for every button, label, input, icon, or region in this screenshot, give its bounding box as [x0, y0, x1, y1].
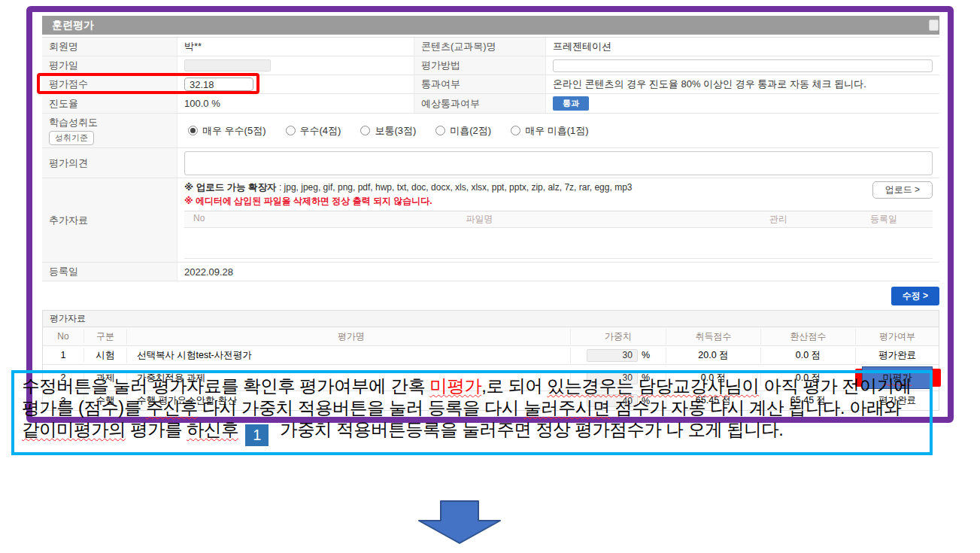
eval-method-label: 평가방법	[414, 56, 546, 74]
panel-title: 훈련평가	[52, 19, 94, 31]
eval-date-label: 평가일	[42, 56, 177, 74]
step-1-badge: 1	[245, 424, 269, 446]
file-table: No 파일명 관리 등록일	[184, 211, 933, 259]
reg-date-label: 등록일	[42, 263, 177, 281]
edit-button[interactable]: 수정 >	[891, 287, 939, 305]
achievement-criteria-button[interactable]: 성취기준	[49, 131, 94, 145]
radio-dot-icon	[511, 126, 520, 135]
form-row-reg-date: 등록일 2022.09.28	[42, 263, 939, 281]
status-complete: 평가완료	[856, 348, 939, 363]
training-eval-panel: 훈련평가 회원명 박** 콘텐츠(교과목)명 프레젠테이션 평가일 평가방법 평…	[26, 6, 954, 423]
file-col-manage: 관리	[722, 213, 835, 226]
form-row-extra: 추가자료 ※ 업로드 가능 확장자 : jpg, jpeg, gif, png,…	[42, 178, 939, 263]
progress-label: 진도율	[42, 94, 177, 113]
upload-ext-list: : jpg, jpeg, gif, png, pdf, hwp, txt, do…	[277, 182, 633, 193]
reg-date-value: 2022.09.28	[177, 263, 939, 281]
col-converted: 환산점수	[761, 329, 856, 345]
file-col-name: 파일명	[237, 213, 722, 226]
member-value: 박**	[177, 38, 414, 56]
upload-button[interactable]: 업로드 >	[872, 181, 933, 199]
file-table-empty-body	[184, 228, 933, 258]
form-row-score: 평가점수 통과여부 온라인 콘텐츠의 경우 진도율 80% 이상인 경우 통과로…	[42, 75, 939, 94]
form-row-member: 회원명 박** 콘텐츠(교과목)명 프레젠테이션	[42, 38, 939, 56]
extra-content: ※ 업로드 가능 확장자 : jpg, jpeg, gif, png, pdf,…	[177, 178, 939, 262]
upload-ext-label: ※ 업로드 가능 확장자	[184, 182, 277, 193]
note-text: 수정버튼을 눌러 평가자료를 확인후 평가여부에 간혹	[22, 376, 429, 396]
member-label: 회원명	[42, 38, 177, 56]
radio-dot-icon	[286, 126, 296, 135]
file-col-no: No	[184, 213, 237, 226]
down-arrow	[418, 500, 501, 544]
screenshot-root: 훈련평가 회원명 박** 콘텐츠(교과목)명 프레젠테이션 평가일 평가방법 평…	[0, 0, 980, 553]
instruction-note: 수정버튼을 눌러 평가자료를 확인후 평가여부에 간혹 미평가,로 되어 있는경…	[11, 370, 933, 455]
radio-excellent[interactable]: 매우 우수(5점)	[188, 124, 266, 138]
form-row-progress: 진도율 100.0 % 예상통과여부 통과	[42, 94, 939, 114]
weight-unit: %	[642, 350, 650, 360]
score-input[interactable]	[184, 77, 253, 91]
radio-dot-icon	[188, 126, 198, 135]
radio-dot-icon	[435, 126, 445, 135]
radio-dot-icon	[360, 126, 370, 135]
radio-very-poor[interactable]: 매우 미흡(1점)	[511, 124, 589, 138]
weight-input[interactable]	[587, 349, 638, 362]
col-weight: 가중치	[571, 329, 666, 345]
achievement-radio-group: 매우 우수(5점) 우수(4점) 보통(3점) 미흡(2점)	[177, 114, 939, 147]
form-row-achievement: 학습성취도 성취기준 매우 우수(5점) 우수(4점) 보통(3점)	[42, 114, 939, 148]
extra-label: 추가자료	[42, 178, 177, 262]
eval-form: 회원명 박** 콘텐츠(교과목)명 프레젠테이션 평가일 평가방법 평가점수 통…	[42, 37, 939, 281]
col-earned: 취득점수	[666, 329, 761, 345]
file-col-date: 등록일	[835, 213, 933, 226]
close-icon[interactable]	[929, 20, 939, 31]
eval-method-input[interactable]	[553, 59, 933, 72]
panel-header: 훈련평가	[42, 16, 939, 35]
upload-warning: ※ 에디터에 삽입된 파일을 삭제하면 정상 출력 되지 않습니다.	[184, 195, 632, 208]
radio-good[interactable]: 우수(4점)	[286, 124, 341, 138]
col-status: 평가여부	[856, 329, 939, 345]
opinion-label: 평가의견	[42, 148, 177, 178]
note-unevaluated-word: 미평가	[429, 376, 481, 396]
eval-table-header: No 구분 평가명 가중치 취득점수 환산점수 평가여부	[43, 327, 939, 346]
score-label: 평가점수	[42, 75, 177, 93]
progress-value: 100.0 %	[177, 94, 414, 113]
col-no: No	[43, 330, 84, 343]
pass-label: 통과여부	[414, 75, 546, 93]
content-value: 프레젠테이션	[546, 38, 939, 56]
pass-status-badge: 통과	[553, 96, 589, 111]
eval-date-input[interactable]	[184, 59, 271, 71]
eval-section-title: 평가자료	[42, 310, 939, 327]
table-row: 1 시험 선택복사 시험test-사전평가 % 20.0 점 0.0 점 평가완…	[43, 346, 939, 365]
col-type: 구분	[84, 329, 127, 345]
col-name: 평가명	[127, 329, 571, 345]
form-row-opinion: 평가의견	[42, 148, 939, 178]
content-label: 콘텐츠(교과목)명	[414, 38, 546, 56]
radio-average[interactable]: 보통(3점)	[360, 124, 416, 138]
pass-note: 온라인 콘텐츠의 경우 진도율 80% 이상인 경우 통과로 자동 체크 됩니다…	[546, 75, 939, 93]
form-row-eval-date: 평가일 평가방법	[42, 56, 939, 75]
radio-poor[interactable]: 미흡(2점)	[435, 124, 491, 138]
achievement-label: 학습성취도	[49, 116, 98, 129]
opinion-textarea[interactable]	[184, 151, 933, 175]
expected-pass-label: 예상통과여부	[414, 94, 546, 113]
upload-notes: ※ 업로드 가능 확장자 : jpg, jpeg, gif, png, pdf,…	[184, 181, 632, 208]
